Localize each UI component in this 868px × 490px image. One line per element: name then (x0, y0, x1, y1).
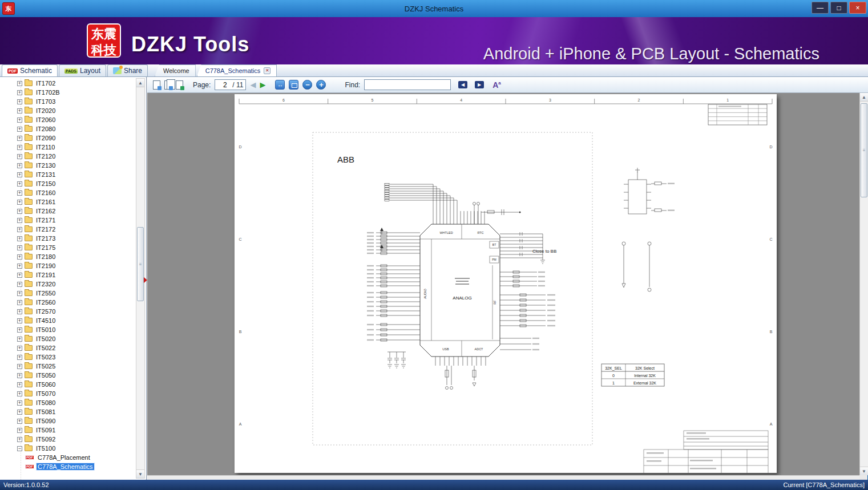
tree-item-it2180[interactable]: +IT2180 (0, 252, 135, 261)
expander-icon[interactable]: + (17, 373, 22, 378)
expander-icon[interactable]: + (17, 172, 22, 177)
main-scroll-thumb[interactable]: ≡ (861, 103, 867, 197)
expander-icon[interactable]: + (17, 118, 22, 123)
expander-icon[interactable]: + (17, 291, 22, 296)
tree-item-it2570[interactable]: +IT2570 (0, 307, 135, 316)
expander-icon[interactable]: + (17, 282, 22, 287)
expander-icon[interactable]: + (17, 163, 22, 168)
expander-icon[interactable]: + (17, 254, 22, 260)
tree-item-it4510[interactable]: +IT4510 (0, 316, 135, 325)
tree-item-it5091[interactable]: +IT5091 (0, 426, 135, 435)
expander-icon[interactable]: + (17, 181, 22, 187)
ribbon-tab-share[interactable]: Share (107, 64, 148, 76)
expander-icon[interactable]: + (17, 145, 22, 150)
tree-item-it2171[interactable]: +IT2171 (0, 216, 135, 225)
scroll-down-icon[interactable]: ▼ (860, 467, 868, 475)
sidebar-scroll-thumb[interactable]: ≡ (137, 227, 144, 301)
tree-item-it2020[interactable]: +IT2020 (0, 106, 135, 115)
tree-item-it5080[interactable]: +IT5080 (0, 398, 135, 407)
tree-item-it5092[interactable]: +IT5092 (0, 435, 135, 444)
expander-icon[interactable]: + (17, 327, 22, 333)
find-previous-icon[interactable]: ◀ (458, 81, 467, 88)
tree-item-it1702[interactable]: +IT1702 (0, 79, 135, 88)
doc-tab-c778a_schematics[interactable]: C778A_Schematics✕ (197, 64, 277, 76)
expander-icon[interactable]: + (17, 410, 22, 415)
tree-item-it2090[interactable]: +IT2090 (0, 133, 135, 143)
tree-item-it2172[interactable]: +IT2172 (0, 225, 135, 234)
expander-icon[interactable]: + (17, 127, 22, 132)
fit-width-icon[interactable]: ↔ (275, 80, 285, 90)
tree-item-it2560[interactable]: +IT2560 (0, 298, 135, 307)
expander-icon[interactable]: + (17, 209, 22, 214)
expander-icon[interactable]: + (17, 245, 22, 250)
main-vertical-scrollbar[interactable]: ▲ ≡ ▼ (859, 93, 868, 475)
find-next-icon[interactable]: ▶ (475, 81, 484, 88)
font-size-icon[interactable]: Aa (492, 80, 501, 90)
maximize-button[interactable]: □ (830, 2, 847, 14)
close-tab-icon[interactable]: ✕ (264, 67, 271, 74)
find-input[interactable] (364, 79, 451, 90)
expander-icon[interactable]: + (17, 227, 22, 232)
expander-icon[interactable]: + (17, 99, 22, 104)
expander-icon[interactable]: + (17, 154, 22, 159)
pdf-viewport[interactable]: 654321DDCCBBAA ABB WHTLED (147, 93, 859, 475)
expander-icon[interactable]: + (17, 81, 22, 86)
tree-item-it2160[interactable]: +IT2160 (0, 188, 135, 197)
tree-item-it5070[interactable]: +IT5070 (0, 389, 135, 398)
tree-item-it5060[interactable]: +IT5060 (0, 380, 135, 389)
tree-item-it2150[interactable]: +IT2150 (0, 179, 135, 188)
doc-tab-welcome[interactable]: Welcome (155, 64, 196, 76)
expander-icon[interactable]: + (17, 300, 22, 305)
tree-item-it2060[interactable]: +IT2060 (0, 115, 135, 124)
zoom-in-icon[interactable]: + (316, 80, 326, 90)
tree-item-c778a_schematics[interactable]: PDFC778A_Schematics (0, 462, 135, 471)
zoom-out-icon[interactable]: − (302, 80, 312, 90)
expander-icon[interactable]: + (17, 428, 22, 433)
continuous-view-icon[interactable] (176, 80, 183, 90)
tree-item-it2320[interactable]: +IT2320 (0, 280, 135, 289)
expander-icon[interactable]: − (17, 446, 22, 451)
tree-item-it5100[interactable]: −IT5100 (0, 444, 135, 453)
expander-icon[interactable]: + (17, 346, 22, 351)
expander-icon[interactable]: + (17, 400, 22, 406)
tree-item-it5090[interactable]: +IT5090 (0, 416, 135, 426)
tree-item-it5020[interactable]: +IT5020 (0, 334, 135, 343)
facing-page-view-icon[interactable] (164, 80, 172, 90)
tree-item-it2191[interactable]: +IT2191 (0, 270, 135, 280)
expander-icon[interactable]: + (17, 108, 22, 114)
tree-item-it2175[interactable]: +IT2175 (0, 243, 135, 252)
tree-item-it2550[interactable]: +IT2550 (0, 289, 135, 298)
tree-item-it2080[interactable]: +IT2080 (0, 124, 135, 133)
expander-icon[interactable]: + (17, 273, 22, 278)
minimize-button[interactable]: — (812, 2, 829, 14)
expander-icon[interactable]: + (17, 419, 22, 424)
expander-icon[interactable]: + (17, 236, 22, 241)
tree-item-it5010[interactable]: +IT5010 (0, 325, 135, 334)
tree-item-it2131[interactable]: +IT2131 (0, 170, 135, 179)
tree-item-it5050[interactable]: +IT5050 (0, 371, 135, 380)
next-page-icon[interactable]: ▶ (260, 81, 265, 88)
tree-item-it2162[interactable]: +IT2162 (0, 206, 135, 216)
expander-icon[interactable]: + (17, 218, 22, 223)
ribbon-tab-layout[interactable]: PADSLayout (59, 64, 106, 76)
sidebar-collapse-arrow-icon[interactable] (144, 277, 147, 283)
tree-item-it1703[interactable]: +IT1703 (0, 97, 135, 106)
scroll-up-icon[interactable]: ▲ (136, 79, 144, 87)
scroll-down-icon[interactable]: ▼ (136, 469, 144, 478)
expander-icon[interactable]: + (17, 90, 22, 95)
expander-icon[interactable]: + (17, 391, 22, 396)
tree-item-it5023[interactable]: +IT5023 (0, 353, 135, 362)
expander-icon[interactable]: + (17, 364, 22, 369)
page-number-input[interactable] (217, 81, 232, 89)
expander-icon[interactable]: + (17, 355, 22, 360)
expander-icon[interactable]: + (17, 382, 22, 387)
expander-icon[interactable]: + (17, 309, 22, 314)
ribbon-tab-schematic[interactable]: PDFSchematic (2, 64, 58, 76)
tree-item-it5025[interactable]: +IT5025 (0, 362, 135, 371)
close-button[interactable]: × (849, 2, 866, 14)
expander-icon[interactable]: + (17, 200, 22, 205)
tree-item-it5081[interactable]: +IT5081 (0, 407, 135, 416)
tree-item-c778a_placement[interactable]: PDFC778A_Placement (0, 453, 135, 462)
expander-icon[interactable]: + (17, 264, 22, 269)
horizontal-scrollbar[interactable] (147, 475, 859, 480)
